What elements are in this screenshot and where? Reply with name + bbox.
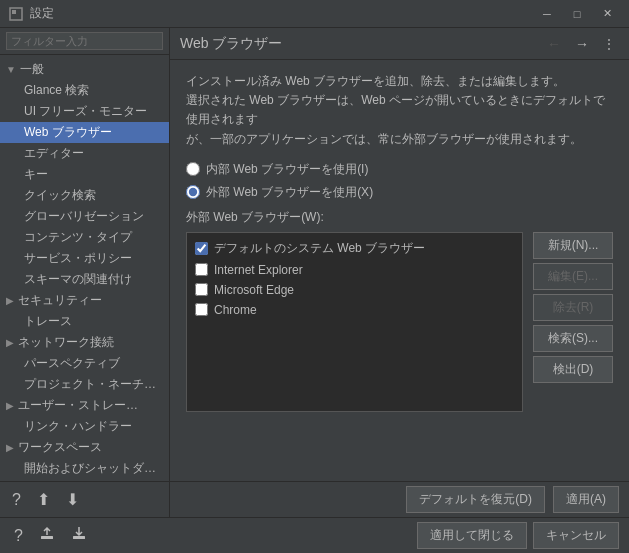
sidebar-item-service-policy[interactable]: サービス・ポリシー [0,248,169,269]
radio-internal-text: 内部 Web ブラウザーを使用(I) [206,161,368,178]
external-browsers-label: 外部 Web ブラウザー(W): [186,209,613,226]
sidebar-export-button[interactable]: ⬆ [33,488,54,511]
expand-arrow-network: ▶ [6,337,14,348]
filter-input[interactable] [6,32,163,50]
apply-button[interactable]: 適用(A) [553,486,619,513]
window-controls: ─ □ ✕ [533,3,621,25]
global-help-button[interactable]: ? [10,525,27,547]
svg-rect-2 [41,536,53,539]
browser-label-default: デフォルトのシステム Web ブラウザー [214,240,425,257]
sidebar-item-ui-freeze[interactable]: UI フリーズ・モニター [0,101,169,122]
description-line3: が、一部のアプリケーションでは、常に外部ブラウザーが使用されます。 [186,132,582,146]
minimize-button[interactable]: ─ [533,3,561,25]
expand-arrow-workspace: ▶ [6,442,14,453]
sidebar-section-workspace-label: ワークスペース [18,439,102,456]
close-button[interactable]: ✕ [593,3,621,25]
content-panel: Web ブラウザー ← → ⋮ インストール済み Web ブラウザーを追加、除去… [170,28,629,517]
browser-label-edge: Microsoft Edge [214,283,294,297]
content-body: インストール済み Web ブラウザーを追加、除去、または編集します。 選択された… [170,60,629,481]
sidebar-section-user-storage[interactable]: ▶ ユーザー・ストレージ・サー... [0,395,169,416]
sidebar-section-network[interactable]: ▶ ネットワーク接続 [0,332,169,353]
remove-button[interactable]: 除去(R) [533,294,613,321]
edit-button[interactable]: 編集(E)... [533,263,613,290]
sidebar-item-globalization[interactable]: グローバリゼーション [0,206,169,227]
nav-menu-button[interactable]: ⋮ [599,35,619,53]
sidebar-item-web-browser[interactable]: Web ブラウザー [0,122,169,143]
sidebar-item-content-type[interactable]: コンテンツ・タイプ [0,227,169,248]
sidebar-item-project-nature[interactable]: プロジェクト・ネーチャー [0,374,169,395]
sidebar-tree: ▼ 一般 Glance 検索 UI フリーズ・モニター Web ブラウザー エデ… [0,55,169,481]
sidebar-item-quick-search[interactable]: クイック検索 [0,185,169,206]
sidebar-item-glance[interactable]: Glance 検索 [0,80,169,101]
sidebar-item-trace[interactable]: トレース [0,311,169,332]
window-title: 設定 [30,5,533,22]
browser-label-chrome: Chrome [214,303,257,317]
radio-external-label[interactable]: 外部 Web ブラウザーを使用(X) [186,184,613,201]
sidebar-section-security[interactable]: ▶ セキュリティー [0,290,169,311]
apply-close-button[interactable]: 適用して閉じる [417,522,527,549]
app-icon [8,6,24,22]
browser-checkbox-chrome[interactable] [195,303,208,316]
expand-arrow-general: ▼ [6,64,16,75]
radio-external[interactable] [186,185,200,199]
content-bottom-bar: デフォルトを復元(D) 適用(A) [170,481,629,517]
filter-wrap [0,28,169,55]
svg-rect-3 [73,536,85,539]
sidebar-section-general-label: 一般 [20,61,44,78]
svg-rect-1 [12,10,16,14]
sidebar-section-general[interactable]: ▼ 一般 [0,59,169,80]
browser-checkbox-default[interactable] [195,242,208,255]
sidebar-section-security-label: セキュリティー [18,292,102,309]
search-button[interactable]: 検索(S)... [533,325,613,352]
sidebar-section-network-label: ネットワーク接続 [18,334,114,351]
radio-external-text: 外部 Web ブラウザーを使用(X) [206,184,373,201]
browser-checkbox-edge[interactable] [195,283,208,296]
global-import-button[interactable] [67,524,91,548]
browsers-list[interactable]: デフォルトのシステム Web ブラウザー Internet Explorer M… [186,232,523,412]
sidebar-item-link-handler[interactable]: リンク・ハンドラー [0,416,169,437]
cancel-button[interactable]: キャンセル [533,522,619,549]
description-line1: インストール済み Web ブラウザーを追加、除去、または編集します。 [186,74,565,88]
browser-item-edge[interactable]: Microsoft Edge [191,280,518,300]
content-title: Web ブラウザー [180,35,537,53]
content-header: Web ブラウザー ← → ⋮ [170,28,629,60]
browser-checkbox-ie[interactable] [195,263,208,276]
description-line2: 選択された Web ブラウザーは、Web ページが開いているときにデフォルトで使… [186,93,605,126]
sidebar-item-editor[interactable]: エディター [0,143,169,164]
expand-arrow-security: ▶ [6,295,14,306]
sidebar-import-button[interactable]: ⬇ [62,488,83,511]
sidebar: ▼ 一般 Glance 検索 UI フリーズ・モニター Web ブラウザー エデ… [0,28,170,517]
sidebar-section-user-storage-label: ユーザー・ストレージ・サー... [18,397,148,414]
browser-item-ie[interactable]: Internet Explorer [191,260,518,280]
new-button[interactable]: 新規(N)... [533,232,613,259]
sidebar-item-perspective[interactable]: パースペクティブ [0,353,169,374]
nav-forward-button[interactable]: → [571,34,593,54]
global-bottom-bar: ? 適用して閉じる キャンセル [0,517,629,553]
browsers-buttons: 新規(N)... 編集(E)... 除去(R) 検索(S)... 検出(D) [533,232,613,412]
sidebar-item-startup[interactable]: 開始およびシャットダウン [0,458,169,479]
detect-button[interactable]: 検出(D) [533,356,613,383]
sidebar-help-button[interactable]: ? [8,489,25,511]
title-bar: 設定 ─ □ ✕ [0,0,629,28]
global-bottom-right: 適用して閉じる キャンセル [417,522,619,549]
browsers-panel: デフォルトのシステム Web ブラウザー Internet Explorer M… [186,232,613,412]
radio-internal-label[interactable]: 内部 Web ブラウザーを使用(I) [186,161,613,178]
expand-arrow-user-storage: ▶ [6,400,14,411]
sidebar-bottom: ? ⬆ ⬇ [0,481,169,517]
sidebar-section-workspace[interactable]: ▶ ワークスペース [0,437,169,458]
browser-item-chrome[interactable]: Chrome [191,300,518,320]
radio-group: 内部 Web ブラウザーを使用(I) 外部 Web ブラウザーを使用(X) [186,161,613,201]
maximize-button[interactable]: □ [563,3,591,25]
restore-defaults-button[interactable]: デフォルトを復元(D) [406,486,545,513]
global-export-button[interactable] [35,524,59,548]
sidebar-item-schema[interactable]: スキーマの関連付け [0,269,169,290]
global-bottom-left: ? [10,524,417,548]
nav-back-button[interactable]: ← [543,34,565,54]
sidebar-item-key[interactable]: キー [0,164,169,185]
description: インストール済み Web ブラウザーを追加、除去、または編集します。 選択された… [186,72,613,149]
radio-internal[interactable] [186,162,200,176]
main-layout: ▼ 一般 Glance 検索 UI フリーズ・モニター Web ブラウザー エデ… [0,28,629,517]
browser-item-default[interactable]: デフォルトのシステム Web ブラウザー [191,237,518,260]
browser-label-ie: Internet Explorer [214,263,303,277]
